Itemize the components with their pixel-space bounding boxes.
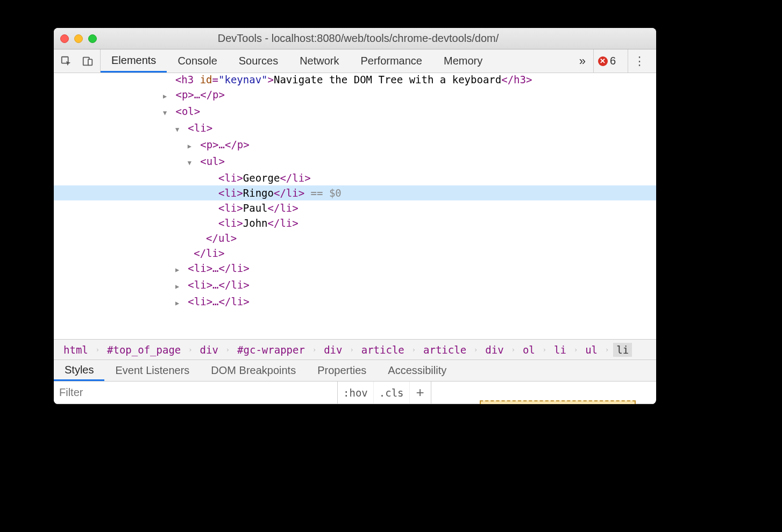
dom-node-li-john[interactable]: <li>John</li> (54, 215, 656, 231)
dom-node-li-collapsed3[interactable]: ▶ <li>…</li> (54, 294, 656, 311)
svg-rect-2 (88, 59, 92, 65)
styles-tab-bar: Styles Event Listeners DOM Breakpoints P… (54, 360, 656, 382)
window-title: DevTools - localhost:8080/web/tools/chro… (67, 32, 650, 45)
titlebar: DevTools - localhost:8080/web/tools/chro… (54, 28, 656, 49)
dom-tree[interactable]: ▶ <p>…</p> <h3 id="keynav">Navigate the … (54, 73, 656, 340)
crumb-ol[interactable]: ol (520, 343, 538, 357)
tab-elements[interactable]: Elements (101, 49, 167, 73)
dom-node-ul[interactable]: ▼ <ul> (54, 154, 656, 170)
dom-node-ul-close[interactable]: </ul> (54, 231, 656, 246)
error-count-value: 6 (610, 55, 616, 67)
crumb-li-selected[interactable]: li (613, 343, 632, 357)
tab-accessibility[interactable]: Accessibility (377, 360, 457, 381)
crumb-top-of-page[interactable]: #top_of_page (104, 343, 184, 357)
dom-node-h3[interactable]: <h3 id="keynav">Navigate the DOM Tree wi… (54, 73, 656, 87)
crumb-gc-wrapper[interactable]: #gc-wrapper (234, 343, 308, 357)
tab-event-listeners[interactable]: Event Listeners (104, 360, 200, 381)
hov-toggle[interactable]: :hov (338, 382, 374, 404)
crumb-ul[interactable]: ul (582, 343, 601, 357)
crumb-article1[interactable]: article (358, 343, 408, 357)
tab-performance[interactable]: Performance (350, 49, 433, 73)
computed-box-model-pane (431, 382, 656, 404)
dom-node-li-ringo-selected[interactable]: <li>Ringo</li> == $0 (54, 185, 656, 200)
tab-network[interactable]: Network (289, 49, 350, 73)
error-icon: ✕ (598, 56, 608, 66)
tab-sources[interactable]: Sources (228, 49, 289, 73)
dom-node-li-close[interactable]: </li> (54, 246, 656, 261)
more-tabs-icon[interactable]: » (579, 54, 586, 68)
dom-node-p2[interactable]: ▶ <p>…</p> (54, 137, 656, 154)
styles-filter-row: :hov .cls + (54, 382, 656, 404)
crumb-div1[interactable]: div (197, 343, 222, 357)
crumb-div2[interactable]: div (321, 343, 345, 357)
dom-node-li-collapsed1[interactable]: ▶ <li>…</li> (54, 261, 656, 277)
styles-filter-input[interactable] (54, 382, 338, 404)
tab-console[interactable]: Console (167, 49, 228, 73)
tab-styles[interactable]: Styles (54, 360, 104, 381)
crumb-article2[interactable]: article (420, 343, 470, 357)
device-toolbar-icon[interactable] (81, 54, 95, 68)
dom-node-ol[interactable]: ▼ <ol> (54, 104, 656, 120)
dom-node-li-paul[interactable]: <li>Paul</li> (54, 200, 656, 215)
tab-properties[interactable]: Properties (307, 360, 377, 381)
dom-node-li-george[interactable]: <li>George</li> (54, 170, 656, 185)
dom-node-li-collapsed2[interactable]: ▶ <li>…</li> (54, 277, 656, 294)
breadcrumb: html› #top_of_page› div› #gc-wrapper› di… (54, 340, 656, 360)
inspect-element-icon[interactable] (59, 54, 73, 68)
dom-node-p[interactable]: ▶ <p>…</p> (54, 87, 656, 104)
dom-node-li[interactable]: ▼ <li> (54, 120, 656, 137)
crumb-div3[interactable]: div (482, 343, 507, 357)
box-model-margin (480, 400, 636, 404)
devtools-window: DevTools - localhost:8080/web/tools/chro… (54, 28, 656, 404)
settings-menu-icon[interactable]: ⋮ (628, 49, 651, 73)
crumb-li1[interactable]: li (551, 343, 570, 357)
error-count[interactable]: ✕ 6 (593, 49, 620, 73)
new-style-rule-icon[interactable]: + (410, 384, 431, 401)
cls-toggle[interactable]: .cls (374, 382, 410, 404)
crumb-html[interactable]: html (60, 343, 91, 357)
tab-dom-breakpoints[interactable]: DOM Breakpoints (200, 360, 307, 381)
main-toolbar: Elements Console Sources Network Perform… (54, 49, 656, 73)
tab-memory[interactable]: Memory (433, 49, 493, 73)
panel-tabs: Elements Console Sources Network Perform… (101, 49, 493, 73)
